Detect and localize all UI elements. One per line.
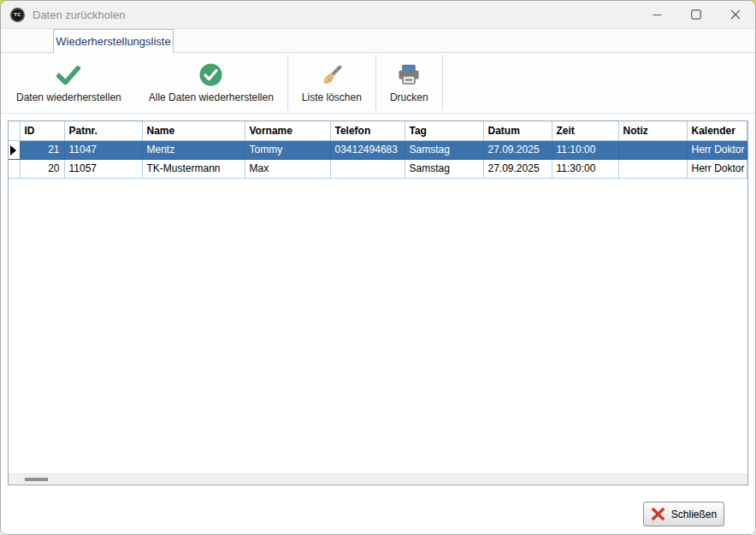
- table-cell[interactable]: 11:10:00: [552, 140, 618, 159]
- clear-list-label: Liste löschen: [302, 91, 362, 103]
- recovery-list-grid: IDPatnr.NameVornameTelefonTagDatumZeitNo…: [8, 121, 748, 485]
- table-cell[interactable]: [618, 140, 687, 159]
- column-header[interactable]: Vorname: [245, 121, 330, 140]
- column-header[interactable]: Kalender: [687, 121, 747, 140]
- grid-body: 2111047MentzTommy03412494683Samstag27.09…: [9, 140, 747, 178]
- table-cell[interactable]: [618, 159, 687, 178]
- table-row[interactable]: 2011057TK-MustermannMaxSamstag27.09.2025…: [9, 159, 747, 178]
- tab-strip: Wiederherstellungsliste: [1, 28, 755, 52]
- table-cell[interactable]: Herr Doktor: [687, 140, 747, 159]
- table-cell[interactable]: 11:30:00: [552, 159, 618, 178]
- toolbar-separator: [442, 56, 443, 110]
- table-cell[interactable]: 11047: [64, 140, 142, 159]
- table-cell[interactable]: Max: [245, 159, 330, 178]
- horizontal-scrollbar[interactable]: [9, 473, 747, 485]
- table-cell[interactable]: Mentz: [142, 140, 245, 159]
- restore-data-button[interactable]: Daten wiederherstellen: [3, 53, 135, 113]
- maximize-button[interactable]: [676, 1, 716, 28]
- table-cell[interactable]: Tommy: [245, 140, 330, 159]
- column-header[interactable]: Notiz: [618, 121, 687, 140]
- column-header[interactable]: Name: [142, 121, 245, 140]
- restore-data-label: Daten wiederherstellen: [16, 91, 121, 103]
- current-row-arrow-icon: [10, 145, 16, 156]
- column-header[interactable]: Datum: [483, 121, 552, 140]
- column-header[interactable]: Tag: [405, 121, 483, 140]
- column-header[interactable]: Zeit: [552, 121, 618, 140]
- column-header[interactable]: Patnr.: [64, 121, 142, 140]
- restore-all-data-button[interactable]: Alle Daten wiederherstellen: [135, 53, 287, 113]
- table-cell[interactable]: Samstag: [405, 159, 483, 178]
- column-header[interactable]: Telefon: [330, 121, 405, 140]
- table-cell[interactable]: 03412494683: [330, 140, 405, 159]
- tab-page: Daten wiederherstellen Alle Daten wieder…: [1, 52, 755, 534]
- table-cell[interactable]: TK-Mustermann: [142, 159, 245, 178]
- table-cell[interactable]: 21: [20, 140, 64, 159]
- clear-list-button[interactable]: Liste löschen: [288, 53, 375, 113]
- print-label: Drucken: [390, 91, 428, 103]
- indicator-column-header: [9, 121, 20, 140]
- row-indicator: [9, 159, 20, 178]
- printer-icon: [397, 63, 421, 87]
- row-indicator: [9, 140, 20, 159]
- title-bar: TC Daten zurückholen: [1, 1, 755, 28]
- table-cell[interactable]: Samstag: [405, 140, 483, 159]
- check-icon: [56, 63, 80, 87]
- footer: Schließen: [1, 485, 755, 534]
- toolbar: Daten wiederherstellen Alle Daten wieder…: [1, 53, 755, 114]
- print-button[interactable]: Drucken: [376, 53, 442, 113]
- scrollbar-thumb[interactable]: [25, 478, 48, 481]
- window-title: Daten zurückholen: [32, 9, 125, 21]
- circle-check-icon: [199, 63, 222, 87]
- restore-all-data-label: Alle Daten wiederherstellen: [149, 91, 274, 103]
- window-controls: [637, 1, 755, 28]
- close-button[interactable]: [716, 1, 755, 28]
- recovery-table: IDPatnr.NameVornameTelefonTagDatumZeitNo…: [9, 121, 747, 179]
- schliessen-button[interactable]: Schließen: [643, 502, 724, 526]
- table-cell[interactable]: [330, 159, 405, 178]
- table-cell[interactable]: 20: [20, 159, 64, 178]
- app-icon: TC: [10, 8, 25, 22]
- minimize-button[interactable]: [637, 1, 676, 28]
- schliessen-label: Schließen: [671, 509, 717, 520]
- table-cell[interactable]: 11057: [64, 159, 142, 178]
- maximize-icon: [691, 9, 701, 20]
- table-cell[interactable]: 27.09.2025: [483, 159, 552, 178]
- table-cell[interactable]: 27.09.2025: [483, 140, 552, 159]
- close-icon: [730, 9, 741, 20]
- table-row[interactable]: 2111047MentzTommy03412494683Samstag27.09…: [9, 140, 747, 159]
- dialog-window: TC Daten zurückholen Wiederherstellungsl…: [0, 0, 756, 535]
- column-header[interactable]: ID: [20, 121, 64, 140]
- broom-icon: [321, 63, 343, 87]
- minimize-icon: [653, 10, 662, 20]
- red-x-icon: [651, 507, 665, 521]
- tab-wiederherstellungsliste[interactable]: Wiederherstellungsliste: [53, 29, 174, 53]
- table-cell[interactable]: Herr Doktor: [687, 159, 747, 178]
- grid-header-row: IDPatnr.NameVornameTelefonTagDatumZeitNo…: [9, 121, 747, 140]
